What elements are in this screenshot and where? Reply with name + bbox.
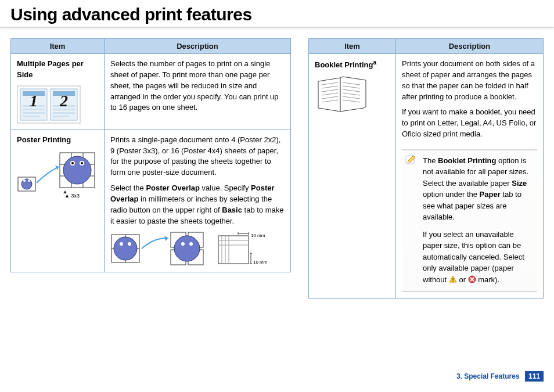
page-root: Using advanced print features Item Descr… (0, 0, 554, 392)
poster-icon: ▲ 3x3 (17, 150, 98, 200)
svg-point-44 (189, 242, 193, 246)
pencil-note-icon (405, 154, 417, 166)
svg-point-18 (28, 179, 30, 182)
page-number: 111 (525, 371, 544, 382)
caption-3x3: 3x3 (71, 193, 80, 199)
svg-rect-12 (53, 116, 70, 117)
poster-overlap-icon: 10 mm 10 mm (110, 231, 285, 266)
svg-point-28 (71, 162, 74, 164)
mm-v: 10 mm (253, 259, 267, 266)
booklet-icon (315, 75, 390, 116)
table-header-row: Item Description (11, 39, 291, 54)
booklet-desc-p2: If you want to make a booklet, you need … (402, 107, 537, 140)
svg-rect-72 (452, 280, 454, 282)
booklet-desc-p1: Prints your document on both sides of a … (402, 59, 537, 102)
th-item: Item (11, 39, 105, 54)
note-box: The Booklet Printing option is not avail… (402, 149, 537, 293)
desc-text: Selects the number of pages to print on … (110, 59, 279, 112)
right-table: Item Description Booklet Printinga (308, 38, 544, 299)
footnote-a: a (373, 59, 376, 66)
item-label: Booklet Printing (315, 60, 373, 69)
table-row: Poster Printing (11, 130, 291, 272)
th-description: Description (105, 39, 291, 54)
svg-rect-45 (218, 236, 249, 264)
item-cell-booklet: Booklet Printinga (309, 54, 396, 299)
t: Basic (222, 206, 242, 214)
multiple-pages-icon: 1 2 (17, 85, 98, 124)
svg-point-42 (174, 236, 200, 261)
table-row: Booklet Printinga (309, 54, 544, 299)
title-rule (0, 27, 554, 28)
t: Size (512, 179, 527, 188)
svg-point-29 (81, 162, 83, 164)
item-label: Poster Printing (17, 135, 71, 144)
right-column: Item Description Booklet Printinga (308, 38, 544, 299)
table-row: Multiple Pages per Side (11, 54, 291, 130)
t: Poster Overlap (146, 184, 200, 192)
th-item: Item (309, 39, 396, 54)
t: Paper (480, 190, 501, 199)
t: value. Specify (200, 184, 251, 192)
chapter-label: 3. Special Features (456, 372, 520, 380)
svg-point-17 (23, 179, 26, 182)
poster-desc-p1: Prints a single-page document onto 4 (Po… (110, 135, 285, 178)
note-content: The Booklet Printing option is not avail… (402, 150, 537, 292)
left-column: Item Description Multiple Pages per Side (10, 38, 291, 299)
svg-rect-8 (23, 116, 40, 117)
svg-point-43 (181, 242, 185, 246)
svg-point-34 (114, 237, 137, 260)
desc-cell-multiple-pages: Selects the number of pages to print on … (105, 54, 291, 130)
svg-point-16 (21, 179, 32, 189)
warning-icon (449, 275, 457, 283)
t: mark). (478, 275, 499, 284)
item-label: Multiple Pages per Side (17, 59, 84, 79)
svg-point-35 (120, 242, 123, 246)
item-cell-multiple-pages: Multiple Pages per Side (11, 54, 105, 130)
svg-rect-7 (23, 112, 45, 114)
item-cell-poster: Poster Printing (11, 130, 105, 272)
table-header-row: Item Description (309, 39, 544, 54)
title-wrap: Using advanced print features (0, 0, 554, 24)
page-footer: 3. Special Features 111 (456, 371, 544, 382)
svg-text:1: 1 (30, 92, 38, 110)
t: Select the (110, 184, 146, 192)
t: option under the (423, 190, 480, 199)
svg-rect-71 (452, 278, 454, 280)
th-description: Description (396, 39, 544, 54)
svg-marker-37 (164, 236, 168, 241)
left-table: Item Description Multiple Pages per Side (10, 38, 291, 272)
desc-cell-booklet: Prints your document on both sides of a … (396, 54, 544, 299)
mm-h: 10 mm (251, 232, 265, 239)
t: The (423, 156, 438, 165)
svg-text:2: 2 (59, 92, 68, 110)
poster-desc-p2: Select the Poster Overlap value. Specify… (110, 183, 285, 226)
t: or (459, 275, 467, 284)
svg-point-25 (63, 156, 91, 184)
columns: Item Description Multiple Pages per Side (0, 38, 554, 299)
desc-cell-poster: Prints a single-page document onto 4 (Po… (105, 130, 291, 272)
page-title: Using advanced print features (10, 5, 544, 24)
t: Booklet Printing (438, 156, 496, 165)
svg-rect-11 (53, 112, 75, 114)
error-icon (468, 275, 476, 283)
svg-point-36 (128, 242, 131, 246)
